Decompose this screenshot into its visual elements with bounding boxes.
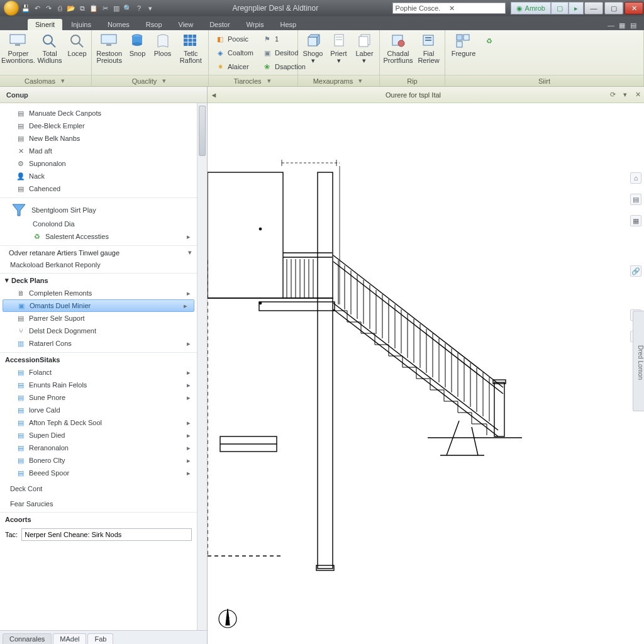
- btn-laber[interactable]: Laber▾: [353, 33, 375, 64]
- qat-undo-icon[interactable]: ↶: [33, 4, 42, 13]
- ribbon-tab-6[interactable]: Wrpis: [239, 19, 272, 30]
- qat-dropdown-icon[interactable]: ▾: [146, 4, 155, 13]
- tree-item[interactable]: ▤Enunts Rain Felols: [0, 379, 197, 391]
- qat-open-icon[interactable]: 📂: [67, 4, 75, 13]
- tree-item[interactable]: ▤Reranonalon: [0, 441, 197, 454]
- section-accounts[interactable]: Acoorts: [0, 512, 197, 526]
- tree-item[interactable]: ▤Supen Died: [0, 429, 197, 441]
- qat-redo-icon[interactable]: ↷: [44, 4, 53, 13]
- canvas-vertical-tab[interactable]: Dred Lomon: [633, 311, 644, 411]
- rail-link-icon[interactable]: 🔗: [630, 265, 641, 277]
- btn-fial[interactable]: FialReriew: [416, 33, 441, 64]
- qat-copy-icon[interactable]: ⧉: [78, 4, 87, 13]
- ribbon-tab-0[interactable]: Sinerit: [28, 19, 62, 30]
- group-expander-icon[interactable]: ▾: [59, 77, 67, 85]
- bottom-tab-2[interactable]: Fab: [87, 633, 113, 644]
- qat-zoom-icon[interactable]: 🔍: [123, 4, 132, 13]
- tree-item[interactable]: ▤Cahenced: [0, 182, 197, 195]
- minimize-button[interactable]: —: [584, 2, 603, 14]
- doc-nav-back-icon[interactable]: ◄: [208, 91, 220, 99]
- close-button[interactable]: ✕: [625, 2, 643, 14]
- qat-print-icon[interactable]: ⎙: [55, 4, 64, 13]
- tree-item[interactable]: ▤Sune Pnore: [0, 391, 197, 404]
- tree-item[interactable]: ▤Parrer Selr Suport: [0, 312, 197, 325]
- tree-item[interactable]: ▤New Belk Nanbs: [0, 132, 197, 145]
- ribbon-tab-4[interactable]: View: [171, 19, 201, 30]
- tree-item[interactable]: ▤Manuate Deck Canpots: [0, 107, 197, 119]
- btn-priert[interactable]: Priert▾: [328, 33, 350, 64]
- btn-ploos[interactable]: Ploos: [152, 33, 174, 57]
- ribbon-tab-5[interactable]: Destor: [202, 19, 237, 30]
- doc-refresh-icon[interactable]: ⟳: [606, 91, 619, 99]
- tree-item[interactable]: ▤Afton Teph & Deck Sool: [0, 416, 197, 429]
- tree-item[interactable]: ✕Mad aft: [0, 145, 197, 157]
- section-deck-plans[interactable]: Deck Plans: [0, 273, 197, 287]
- side-scrollbar[interactable]: [197, 103, 207, 630]
- btn-poosic[interactable]: ◧Poosic: [213, 33, 256, 45]
- rail-view-icon[interactable]: ▦: [630, 215, 641, 226]
- btn-tetlc[interactable]: TetlcRaflont: [177, 33, 204, 64]
- search-clear-icon[interactable]: ✕: [449, 4, 502, 13]
- btn-alaicer[interactable]: ✷Alaicer: [213, 60, 256, 73]
- group-expander-icon[interactable]: ▾: [160, 77, 168, 85]
- tree-item[interactable]: ▤Beeed Spoor: [0, 467, 197, 479]
- btn-coaltom[interactable]: ◈Coaltom: [213, 47, 256, 59]
- tree-item[interactable]: ▤Dee-Bleck Empler: [0, 119, 197, 132]
- aux-button-3[interactable]: ▸: [569, 2, 584, 14]
- app-orb-button[interactable]: [4, 1, 19, 16]
- tree-item[interactable]: Conolond Dia: [0, 218, 197, 230]
- qat-help-icon[interactable]: ?: [135, 4, 143, 13]
- tree-item[interactable]: ▤lorve Cald: [0, 404, 197, 416]
- tree-item[interactable]: ⑂Delst Deck Dognment: [0, 325, 197, 337]
- btn-total[interactable]: TotalWidluns: [36, 33, 63, 64]
- tree-item[interactable]: ⚙Supnonalon: [0, 157, 197, 170]
- doc-dropdown-icon[interactable]: ▾: [619, 91, 631, 99]
- btn-fregure[interactable]: Fregure: [449, 33, 478, 57]
- tree-item[interactable]: ▤Bonero Clty: [0, 454, 197, 467]
- qat-chart-icon[interactable]: ▥: [112, 4, 121, 13]
- btn-chadal[interactable]: ChadalPrortfiuns: [384, 33, 413, 64]
- group-expander-icon[interactable]: ▾: [265, 77, 273, 85]
- btn-porper[interactable]: PorperEwontions.: [4, 33, 33, 64]
- qat-paste-icon[interactable]: 📋: [89, 4, 98, 13]
- ribbon-tab-2[interactable]: Nomes: [100, 19, 137, 30]
- qat-save-icon[interactable]: 💾: [21, 4, 30, 13]
- tree-item-selected[interactable]: ▣Omants Duel Minier: [3, 299, 194, 312]
- section-expander[interactable]: Odver retanare Artiers Tinwel gauge▾: [0, 245, 197, 259]
- plain-item[interactable]: Mackoload Berkanot Reponly: [0, 259, 197, 270]
- aux-button[interactable]: ◉ Amrob: [511, 2, 551, 14]
- titlebar-search-box[interactable]: Pophie Cosce. ✕: [392, 3, 506, 14]
- qat-cut-icon[interactable]: ✂: [101, 4, 109, 13]
- btn-shogo[interactable]: Shogo▾: [302, 33, 324, 64]
- tree-item[interactable]: ♻Salestent Accessties: [0, 230, 197, 243]
- ribbon-tab-3[interactable]: Rsop: [138, 19, 170, 30]
- tree-item[interactable]: 👤Nack: [0, 170, 197, 182]
- ribbon-opts-icon[interactable]: ▤: [630, 21, 639, 30]
- plain-item[interactable]: Fear Sarucies: [0, 498, 197, 509]
- tree-item[interactable]: Sbentgloom Sirt Play: [0, 203, 197, 218]
- ribbon-tab-1[interactable]: Injuins: [64, 19, 99, 30]
- tree-item[interactable]: 🗎Completen Remonts: [0, 287, 197, 299]
- drawing-canvas[interactable]: 2 ⌂ ▤ ▦ 🔗 ⧉ ▥ Dred Lomon: [208, 103, 644, 644]
- ribbon-min-icon[interactable]: —: [608, 21, 616, 30]
- rail-home-icon[interactable]: ⌂: [630, 172, 641, 184]
- tag-input[interactable]: [21, 528, 192, 541]
- ribbon-help-icon[interactable]: ▦: [619, 21, 628, 30]
- btn-locep[interactable]: Locep: [67, 33, 87, 57]
- btn-recycle[interactable]: ♻: [482, 33, 497, 49]
- ribbon-tab-7[interactable]: Hesp: [273, 19, 304, 30]
- group-expander-icon[interactable]: ▾: [357, 77, 364, 85]
- scrollbar-thumb[interactable]: [199, 106, 206, 156]
- aux-button-2[interactable]: ▢: [551, 2, 569, 14]
- maximize-button[interactable]: ▢: [604, 2, 623, 14]
- rail-layers-icon[interactable]: ▤: [630, 194, 641, 205]
- btn-restoon[interactable]: RestoonPreiouts: [96, 33, 123, 64]
- section-access[interactable]: AccessionSitaks: [0, 352, 197, 366]
- btn-snop[interactable]: Snop: [126, 33, 148, 57]
- tree-item[interactable]: ▥Ratarerl Cons: [0, 337, 197, 350]
- bottom-tab-0[interactable]: Connarales: [3, 633, 52, 644]
- doc-close-icon[interactable]: ✕: [631, 91, 644, 99]
- tree-item[interactable]: ▤Folanct: [0, 366, 197, 379]
- plain-item[interactable]: Deck Cont: [0, 483, 197, 494]
- bottom-tab-1[interactable]: MAdel: [53, 633, 86, 644]
